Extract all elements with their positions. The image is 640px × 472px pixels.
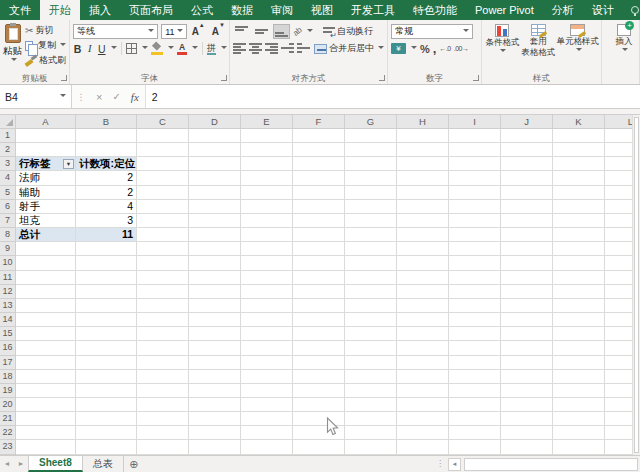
increase-decimal-button[interactable]: ←.0 — [439, 45, 450, 52]
cell-E14[interactable] — [241, 313, 293, 327]
cell-B20[interactable] — [76, 398, 137, 412]
cell-A12[interactable] — [16, 285, 76, 299]
new-sheet-button[interactable]: ⊕ — [124, 456, 144, 472]
formula-bar-splitter[interactable]: ⋮ — [72, 85, 90, 108]
cell-I18[interactable] — [449, 370, 501, 384]
row-header-15[interactable]: 15 — [0, 327, 16, 341]
cell-H20[interactable] — [397, 398, 449, 412]
cell-H6[interactable] — [397, 200, 449, 214]
format-as-table-button[interactable]: 套用 表格格式 — [521, 23, 556, 72]
cell-K5[interactable] — [553, 186, 605, 200]
number-dialog-launcher[interactable] — [473, 75, 479, 81]
cell-J18[interactable] — [501, 370, 553, 384]
cell-I2[interactable] — [449, 143, 501, 157]
col-header-B[interactable]: B — [76, 115, 137, 129]
cell-G19[interactable] — [345, 384, 397, 398]
cell-H22[interactable] — [397, 426, 449, 440]
cell-C12[interactable] — [137, 285, 189, 299]
cell-I15[interactable] — [449, 327, 501, 341]
cell-K12[interactable] — [553, 285, 605, 299]
ribbon-tab-developer[interactable]: 开发工具 — [342, 0, 404, 20]
cell-G4[interactable] — [345, 171, 397, 185]
cell-A4[interactable]: 法师 — [16, 171, 76, 185]
cell-J8[interactable] — [501, 228, 553, 242]
cell-E3[interactable] — [241, 157, 293, 171]
cell-C10[interactable] — [137, 256, 189, 270]
cell-I20[interactable] — [449, 398, 501, 412]
ribbon-tab-power-pivot[interactable]: Power Pivot — [466, 0, 543, 20]
cell-F23[interactable] — [293, 440, 345, 454]
cell-H5[interactable] — [397, 186, 449, 200]
cell-D22[interactable] — [189, 426, 241, 440]
cell-E10[interactable] — [241, 256, 293, 270]
cell-H8[interactable] — [397, 228, 449, 242]
cell-K20[interactable] — [553, 398, 605, 412]
sheet-tab-Sheet8[interactable]: Sheet8 — [28, 456, 83, 472]
ribbon-tab-home[interactable]: 开始 — [40, 0, 80, 20]
cell-A5[interactable]: 辅助 — [16, 186, 76, 200]
copy-button[interactable]: 复制 — [24, 38, 67, 53]
cell-G9[interactable] — [345, 242, 397, 256]
cut-button[interactable]: ✂剪切 — [24, 23, 67, 38]
col-header-E[interactable]: E — [241, 115, 293, 129]
cell-D19[interactable] — [189, 384, 241, 398]
horizontal-scrollbar-thumb[interactable] — [464, 458, 638, 471]
insert-cells-button[interactable]: 插入 — [605, 23, 640, 54]
cell-J6[interactable] — [501, 200, 553, 214]
cell-K3[interactable] — [553, 157, 605, 171]
cell-I13[interactable] — [449, 299, 501, 313]
col-header-A[interactable]: A — [16, 115, 76, 129]
row-header-12[interactable]: 12 — [0, 285, 16, 299]
enter-icon[interactable]: ✓ — [112, 91, 120, 102]
row-header-2[interactable]: 2 — [0, 143, 16, 157]
sheet-tab-总表[interactable]: 总表 — [83, 456, 124, 472]
cell-G2[interactable] — [345, 143, 397, 157]
cell-B22[interactable] — [76, 426, 137, 440]
cell-D18[interactable] — [189, 370, 241, 384]
cell-C17[interactable] — [137, 356, 189, 370]
cell-H17[interactable] — [397, 356, 449, 370]
col-header-J[interactable]: J — [501, 115, 553, 129]
cell-I19[interactable] — [449, 384, 501, 398]
comma-style-button[interactable]: , — [433, 45, 437, 53]
wrap-text-button[interactable]: 自动换行 — [322, 24, 374, 39]
cell-B5[interactable]: 2 — [76, 186, 137, 200]
cell-B16[interactable] — [76, 341, 137, 355]
cell-D20[interactable] — [189, 398, 241, 412]
cell-E2[interactable] — [241, 143, 293, 157]
align-left-button[interactable] — [233, 41, 246, 56]
cell-J10[interactable] — [501, 256, 553, 270]
cell-E20[interactable] — [241, 398, 293, 412]
cell-G8[interactable] — [345, 228, 397, 242]
cell-B3[interactable]: 计数项:定位 — [76, 157, 137, 171]
cell-H15[interactable] — [397, 327, 449, 341]
ribbon-tab-view[interactable]: 视图 — [302, 0, 342, 20]
row-header-21[interactable]: 21 — [0, 412, 16, 426]
cell-E23[interactable] — [241, 440, 293, 454]
cell-E13[interactable] — [241, 299, 293, 313]
cell-D15[interactable] — [189, 327, 241, 341]
cell-D21[interactable] — [189, 412, 241, 426]
cell-I16[interactable] — [449, 341, 501, 355]
cell-F4[interactable] — [293, 171, 345, 185]
row-header-6[interactable]: 6 — [0, 200, 16, 214]
cell-G21[interactable] — [345, 412, 397, 426]
cell-J15[interactable] — [501, 327, 553, 341]
number-format-combo[interactable]: 常规 — [391, 24, 473, 39]
clipboard-dialog-launcher[interactable] — [61, 75, 67, 81]
cell-G15[interactable] — [345, 327, 397, 341]
cell-G14[interactable] — [345, 313, 397, 327]
cell-C3[interactable] — [137, 157, 189, 171]
cell-E17[interactable] — [241, 356, 293, 370]
cell-G3[interactable] — [345, 157, 397, 171]
cell-I10[interactable] — [449, 256, 501, 270]
cell-B23[interactable] — [76, 440, 137, 454]
cell-A20[interactable] — [16, 398, 76, 412]
cell-G10[interactable] — [345, 256, 397, 270]
cell-I8[interactable] — [449, 228, 501, 242]
cell-F3[interactable] — [293, 157, 345, 171]
cell-C11[interactable] — [137, 271, 189, 285]
cell-H21[interactable] — [397, 412, 449, 426]
align-middle-button[interactable] — [253, 24, 270, 39]
horizontal-scrollbar[interactable] — [462, 458, 640, 471]
